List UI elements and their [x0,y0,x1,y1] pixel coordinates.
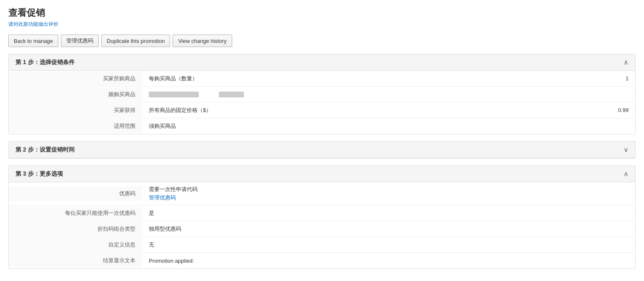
row-value-primary: Promotion applied: [149,258,629,264]
view-history-button[interactable]: View change history [173,35,232,47]
row-value: 须购买商品 [142,119,635,133]
row-value: 需要一次性申请代码 管理优惠码 [142,182,635,205]
toolbar: Back to manage 管理优惠码 Duplicate this prom… [8,35,636,47]
row-label: 买家所购商品 [9,72,142,86]
step3-header: 第 3 步：更多选项 ∧ [9,166,635,182]
step1-header: 第 1 步：选择促销条件 ∧ [9,54,635,71]
blurred-content-2 [219,92,244,97]
step2-chevron[interactable]: ∨ [624,146,629,154]
row-label: 频购买商品 [9,87,142,102]
row-label: 折扣码组合类型 [9,222,142,236]
page-container: 查看促销 请对此新功能做出评价 Back to manage 管理优惠码 Dup… [0,0,644,281]
row-value: 独用型优惠码 [142,222,635,236]
row-label: 每位买家只能使用一次优惠码 [9,206,142,220]
step1-body: 买家所购商品 每购买商品（数量） 1 频购买商品 买家获得 所有商品的固定价格（… [9,71,635,134]
row-value: 所有商品的固定价格（$） 0.99 [142,103,635,117]
step2-title: 第 2 步：设置促销时间 [15,146,75,154]
feedback-link[interactable]: 请对此新功能做出评价 [8,21,58,28]
row-value-primary: 所有商品的固定价格（$） [149,107,601,114]
table-row: 买家所购商品 每购买商品（数量） 1 [9,71,635,87]
table-row: 每位买家只能使用一次优惠码 是 [9,205,635,221]
row-label: 自定义信息 [9,238,142,252]
step3-title: 第 3 步：更多选项 [15,170,63,178]
step2-header: 第 2 步：设置促销时间 ∨ [9,142,635,158]
row-value-primary: 每购买商品（数量） [149,75,609,82]
step3-section: 第 3 步：更多选项 ∧ 优惠码 需要一次性申请代码 管理优惠码 每位买家只能使… [8,165,636,269]
row-value: Promotion applied: [142,254,635,267]
row-label: 结算显示文本 [9,254,142,268]
duplicate-promotion-button[interactable]: Duplicate this promotion [101,35,170,47]
manage-coupon-link[interactable]: 管理优惠码 [149,194,176,201]
table-row: 适用范围 须购买商品 [9,118,635,134]
step1-title: 第 1 步：选择促销条件 [15,59,75,66]
step1-section: 第 1 步：选择促销条件 ∧ 买家所购商品 每购买商品（数量） 1 频购买商品 [8,54,636,134]
step3-chevron[interactable]: ∧ [624,170,629,178]
page-title: 查看促销 [8,7,636,19]
step2-section: 第 2 步：设置促销时间 ∨ [8,141,636,159]
row-label: 适用范围 [9,119,142,133]
row-label: 买家获得 [9,103,142,117]
row-label: 优惠码 [9,187,142,201]
table-row: 优惠码 需要一次性申请代码 管理优惠码 [9,182,635,205]
row-value [142,88,635,101]
table-row: 折扣码组合类型 独用型优惠码 [9,221,635,237]
coupon-main-text: 需要一次性申请代码 [149,186,629,193]
row-value: 每购买商品（数量） 1 [142,72,635,86]
blurred-content-1 [149,92,199,97]
row-value-secondary: 0.99 [618,107,629,113]
row-value-primary: 独用型优惠码 [149,225,629,233]
row-value-secondary: 1 [626,75,629,82]
table-row: 结算显示文本 Promotion applied: [9,253,635,269]
table-row: 买家获得 所有商品的固定价格（$） 0.99 [9,102,635,118]
step3-body: 优惠码 需要一次性申请代码 管理优惠码 每位买家只能使用一次优惠码 是 折扣码组… [9,182,635,269]
table-row: 自定义信息 无 [9,237,635,253]
row-value-primary: 是 [149,209,629,217]
table-row: 频购买商品 [9,87,635,102]
row-value: 是 [142,206,635,220]
manage-coupon-button[interactable]: 管理优惠码 [61,35,99,47]
back-to-manage-button[interactable]: Back to manage [8,35,58,47]
row-value-primary: 须购买商品 [149,122,629,130]
step1-chevron[interactable]: ∧ [624,58,629,66]
row-value: 无 [142,238,635,252]
row-value-primary: 无 [149,241,629,249]
